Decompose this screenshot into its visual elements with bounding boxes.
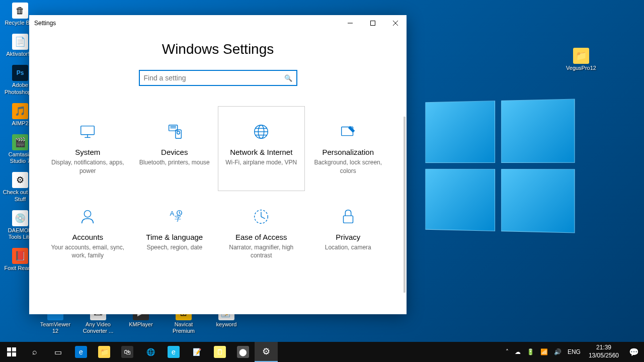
maximize-button[interactable]: [361, 15, 384, 31]
desktop-icon-veguspro[interactable]: 📁VegusPro12: [564, 48, 599, 71]
disc-icon: 💿: [12, 210, 28, 226]
file-icon: 📄: [12, 34, 28, 50]
taskbar-app-explorer[interactable]: 📁: [93, 342, 116, 362]
time-language-icon: A字: [137, 207, 213, 227]
category-ease-of-access[interactable]: Ease of Access Narrator, magnifier, high…: [218, 191, 305, 276]
taskbar-app-sticky[interactable]: 🗒: [208, 342, 231, 362]
svg-rect-4: [81, 126, 95, 135]
taskbar-app-ie[interactable]: e: [162, 342, 185, 362]
search-icon: 🔍: [284, 74, 292, 82]
svg-text:A: A: [170, 210, 174, 217]
gear-icon: ⚙: [260, 345, 272, 357]
taskbar-app-unknown[interactable]: ⬤: [231, 342, 255, 362]
taskbar-app-notepad[interactable]: 📝: [185, 342, 208, 362]
store-icon: 🛍: [121, 346, 133, 358]
windows-logo-wallpaper: [425, 99, 575, 233]
gear-icon: ⚙: [12, 172, 28, 188]
page-title: Windows Settings: [44, 41, 391, 57]
folder-icon: 📁: [573, 48, 589, 64]
settings-window: Settings Windows Settings 🔍 System Displ…: [29, 15, 407, 314]
tray-language[interactable]: ENG: [565, 342, 584, 362]
tray-chevron[interactable]: ˄: [503, 342, 512, 362]
tray-clock[interactable]: 21:39 13/05/2560: [584, 344, 624, 359]
category-accounts[interactable]: Accounts Your accounts, email, sync, wor…: [44, 191, 131, 276]
task-view-icon: ▭: [54, 347, 62, 357]
svg-rect-27: [343, 216, 353, 223]
ease-of-access-icon: [223, 207, 299, 227]
svg-rect-1: [370, 21, 375, 26]
notification-icon: 💬: [629, 347, 639, 357]
search-box[interactable]: 🔍: [139, 70, 297, 86]
taskbar-app-chrome[interactable]: 🌐: [139, 342, 162, 362]
taskbar: ⌕ ▭ e 📁 🛍 🌐 e 📝 🗒 ⬤ ⚙ ˄ ☁ 🔋 📶 🔊 ENG 21:3…: [0, 342, 644, 362]
tray-date: 13/05/2560: [589, 352, 619, 360]
battery-icon: 🔋: [527, 348, 534, 355]
tray-onedrive[interactable]: ☁: [512, 342, 524, 362]
category-devices[interactable]: Devices Bluetooth, printers, mouse: [131, 106, 218, 191]
svg-rect-30: [7, 352, 11, 356]
chrome-icon: 🌐: [144, 346, 156, 358]
svg-point-18: [85, 210, 91, 217]
aimp-icon: 🎵: [12, 103, 28, 119]
search-button[interactable]: ⌕: [23, 342, 46, 362]
scrollbar[interactable]: [404, 117, 406, 293]
tray-action-center[interactable]: 💬: [624, 342, 644, 362]
svg-line-23: [179, 213, 180, 214]
window-title: Settings: [34, 20, 56, 27]
tray-network[interactable]: 📶: [537, 342, 551, 362]
chevron-up-icon: ˄: [506, 348, 509, 355]
tray-time: 21:39: [589, 344, 619, 352]
personalization-icon: [310, 122, 386, 142]
windows-icon: [7, 347, 16, 356]
search-icon: ⌕: [32, 347, 37, 356]
category-privacy[interactable]: Privacy Location, camera: [305, 191, 392, 276]
notepad-icon: 📝: [191, 346, 203, 358]
svg-line-26: [261, 217, 265, 219]
category-system[interactable]: System Display, notifications, apps, pow…: [44, 106, 131, 191]
globe-icon: [223, 122, 299, 142]
category-time-language[interactable]: A字 Time & language Speech, region, date: [131, 191, 218, 276]
folder-icon: 📁: [98, 346, 110, 358]
category-network[interactable]: Network & Internet Wi-Fi, airplane mode,…: [218, 106, 305, 191]
taskbar-app-settings[interactable]: ⚙: [255, 342, 278, 362]
search-input[interactable]: [144, 74, 284, 82]
cloud-icon: ☁: [515, 348, 521, 355]
svg-text:字: 字: [175, 214, 181, 222]
ie-icon: e: [168, 346, 180, 358]
camtasia-icon: 🎬: [12, 134, 28, 150]
minimize-button[interactable]: [339, 15, 361, 31]
edge-icon: e: [75, 346, 87, 358]
svg-rect-28: [7, 347, 11, 351]
volume-icon: 🔊: [554, 348, 561, 355]
display-icon: [50, 122, 126, 142]
close-button[interactable]: [384, 15, 407, 31]
app-icon: ⬤: [237, 346, 249, 358]
tray-battery[interactable]: 🔋: [524, 342, 537, 362]
wifi-icon: 📶: [540, 348, 548, 355]
svg-point-11: [177, 131, 180, 134]
titlebar[interactable]: Settings: [29, 15, 407, 31]
start-button[interactable]: [0, 342, 23, 362]
tray-volume[interactable]: 🔊: [551, 342, 565, 362]
category-personalization[interactable]: Personalization Background, lock screen,…: [305, 106, 392, 191]
foxit-icon: 📕: [12, 248, 28, 264]
devices-icon: [137, 122, 213, 142]
svg-rect-29: [12, 347, 16, 351]
sticky-icon: 🗒: [214, 346, 226, 358]
lock-icon: [310, 207, 386, 227]
photoshop-icon: Ps: [12, 65, 28, 81]
taskbar-app-store[interactable]: 🛍: [116, 342, 139, 362]
svg-rect-31: [12, 352, 16, 356]
task-view-button[interactable]: ▭: [46, 342, 69, 362]
recycle-bin-icon: 🗑: [12, 3, 28, 19]
person-icon: [50, 207, 126, 227]
taskbar-app-edge[interactable]: e: [69, 342, 93, 362]
